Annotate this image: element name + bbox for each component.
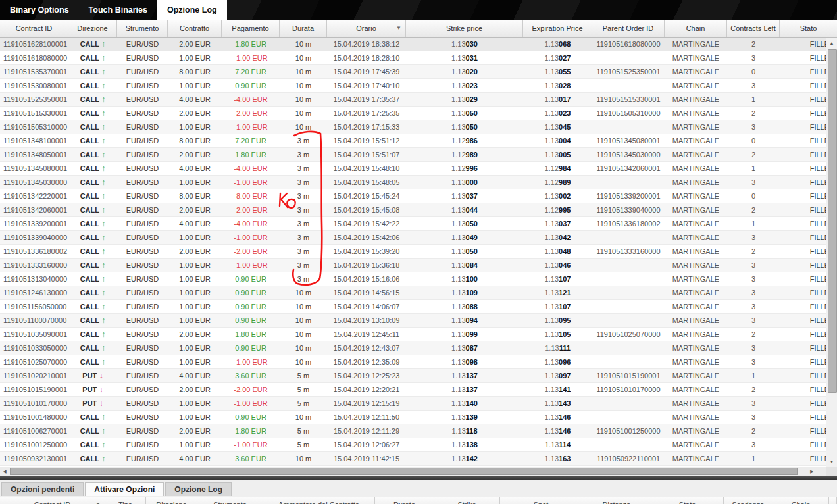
bottom-column-header-contract_id[interactable]: Contract ID▼: [0, 497, 105, 504]
payout-value: -1.00 EUR: [234, 441, 267, 449]
tab-touch-binaries[interactable]: Touch Binaries: [79, 0, 157, 20]
column-header-id[interactable]: Contract ID: [0, 20, 68, 37]
scroll-left-icon[interactable]: ◀: [0, 467, 9, 476]
bottom-tab-opzione-log[interactable]: Opzione Log: [165, 482, 232, 496]
table-row[interactable]: 1191051313040000CALL ↑EUR/USD1.00 EUR0.9…: [0, 272, 837, 286]
table-row[interactable]: 1191051336180002CALL ↑EUR/USD2.00 EUR-2.…: [0, 245, 837, 259]
cell-strike: 1.13023: [406, 79, 523, 92]
horizontal-scrollbar[interactable]: ◀ ▶: [0, 467, 826, 476]
column-header-time[interactable]: Orario▼: [327, 20, 406, 37]
table-row[interactable]: 1191051025070000CALL ↑EUR/USD1.00 EUR-1.…: [0, 355, 837, 369]
column-header-strike[interactable]: Strike price: [406, 20, 523, 37]
cell-left: 0: [727, 134, 780, 147]
bottom-column-header-spot[interactable]: Spot: [500, 497, 582, 504]
table-row[interactable]: 1191051618080000CALL ↑EUR/USD1.00 EUR-1.…: [0, 51, 837, 65]
tab-opzione-log[interactable]: Opzione Log: [157, 0, 227, 20]
horizontal-scroll-thumb[interactable]: [10, 468, 798, 475]
cell-id: 1191051505310000: [0, 120, 68, 134]
table-row[interactable]: 1191050932130001CALL ↑EUR/USD4.00 EUR3.6…: [0, 452, 837, 466]
cell-expiration: 1.13111: [523, 341, 592, 355]
column-header-payout[interactable]: Pagamento: [222, 20, 280, 37]
vertical-scroll-thumb[interactable]: [828, 49, 837, 393]
table-row[interactable]: 1191051100070000CALL ↑EUR/USD1.00 EUR0.9…: [0, 314, 837, 328]
table-row[interactable]: 1191051246130000CALL ↑EUR/USD1.00 EUR0.9…: [0, 286, 837, 300]
table-row[interactable]: 1191051339200001CALL ↑EUR/USD4.00 EUR-4.…: [0, 217, 837, 231]
table-row[interactable]: 1191051530080001CALL ↑EUR/USD1.00 EUR0.9…: [0, 79, 837, 93]
table-row[interactable]: 1191051535370001CALL ↑EUR/USD8.00 EUR7.2…: [0, 65, 837, 79]
table-row[interactable]: 1191051010170000PUT ↓EUR/USD1.00 EUR-1.0…: [0, 397, 837, 411]
table-row[interactable]: 1191051033050000CALL ↑EUR/USD1.00 EUR0.9…: [0, 341, 837, 355]
column-header-duration[interactable]: Durata: [280, 20, 327, 37]
up-arrow-icon: ↑: [99, 454, 105, 463]
direction-label: CALL: [80, 151, 99, 159]
sort-dropdown-icon[interactable]: ▼: [396, 20, 401, 37]
cell-left: 3: [727, 355, 780, 368]
cell-left: 2: [727, 328, 780, 341]
column-header-instrument[interactable]: Strumento: [117, 20, 168, 37]
bottom-column-header-direzione[interactable]: Direzione: [146, 497, 197, 504]
cell-payout: -1.00 EUR: [222, 397, 280, 410]
bottom-column-header-stato[interactable]: Stato: [651, 497, 724, 504]
tab-binary-options[interactable]: Binary Options: [0, 0, 79, 20]
bottom-column-header-strumento[interactable]: Strumento: [197, 497, 263, 504]
table-row[interactable]: 1191051348050001CALL ↑EUR/USD2.00 EUR1.8…: [0, 148, 837, 162]
bottom-column-header-distanza[interactable]: Distanza: [582, 497, 651, 504]
scroll-down-icon[interactable]: ▼: [826, 456, 837, 467]
direction-label: CALL: [80, 330, 99, 338]
column-header-label: Chain: [686, 24, 705, 32]
table-row[interactable]: 1191051035090001CALL ↑EUR/USD2.00 EUR1.8…: [0, 328, 837, 341]
table-row[interactable]: 1191051505310000CALL ↑EUR/USD1.00 EUR-1.…: [0, 120, 837, 134]
column-header-left[interactable]: Contracts Left: [727, 20, 780, 37]
table-row[interactable]: 1191051156050000CALL ↑EUR/USD1.00 EUR0.9…: [0, 300, 837, 314]
column-header-amount[interactable]: Contratto: [168, 20, 222, 37]
table-row[interactable]: 1191051628100001CALL ↑EUR/USD2.00 EUR1.8…: [0, 38, 837, 51]
bottom-tab-attivare-opzioni[interactable]: Attivare Opzioni: [85, 482, 164, 496]
cell-instrument: EUR/USD: [117, 314, 168, 327]
table-row[interactable]: 1191051515330001CALL ↑EUR/USD2.00 EUR-2.…: [0, 107, 837, 120]
bottom-column-header-strike[interactable]: Strike: [434, 497, 500, 504]
table-row[interactable]: 1191051015190001PUT ↓EUR/USD2.00 EUR-2.0…: [0, 383, 837, 397]
table-row[interactable]: 1191051525350001CALL ↑EUR/USD4.00 EUR-4.…: [0, 93, 837, 107]
bottom-tab-opzioni-pendenti[interactable]: Opzioni pendenti: [1, 482, 84, 496]
direction-label: CALL: [80, 54, 99, 62]
table-row[interactable]: 1191051342220001CALL ↑EUR/USD8.00 EUR-8.…: [0, 189, 837, 203]
bottom-column-header-durata[interactable]: Durata: [375, 497, 434, 504]
table-row[interactable]: 1191051333160000CALL ↑EUR/USD1.00 EUR-1.…: [0, 259, 837, 272]
cell-chain: MARTINGALE: [665, 189, 727, 203]
bottom-column-header-scadenza[interactable]: Scadenza: [724, 497, 773, 504]
column-header-direction[interactable]: Direzione: [68, 20, 117, 37]
bottom-column-header-chain[interactable]: Chain: [773, 497, 829, 504]
table-row[interactable]: 1191051001480000CALL ↑EUR/USD1.00 EUR0.9…: [0, 411, 837, 424]
payout-value: -2.00 EUR: [234, 206, 267, 214]
cell-left: 1: [727, 162, 780, 175]
scroll-right-icon[interactable]: ▶: [807, 467, 817, 476]
bottom-column-header-pad[interactable]: [829, 497, 837, 504]
payout-value: -1.00 EUR: [234, 234, 267, 241]
table-row[interactable]: 1191051345080001CALL ↑EUR/USD4.00 EUR-4.…: [0, 162, 837, 176]
bottom-column-header-ammontare[interactable]: Ammontare del Contratto: [263, 497, 375, 504]
table-row[interactable]: 1191051020210001PUT ↓EUR/USD4.00 EUR3.60…: [0, 369, 837, 383]
table-row[interactable]: 1191051006270001CALL ↑EUR/USD2.00 EUR1.8…: [0, 424, 837, 438]
table-row[interactable]: 1191051001250000CALL ↑EUR/USD1.00 EUR-1.…: [0, 438, 837, 452]
table-row[interactable]: 1191051339040000CALL ↑EUR/USD1.00 EUR-1.…: [0, 231, 837, 245]
cell-expiration: 1.13121: [523, 286, 592, 299]
up-arrow-icon: ↑: [99, 122, 105, 132]
column-header-parent[interactable]: Parent Order ID: [592, 20, 665, 37]
column-header-chain[interactable]: Chain: [665, 20, 727, 37]
cell-instrument: EUR/USD: [117, 397, 168, 410]
cell-time: 15.04.2019 12:35:09: [327, 355, 406, 368]
table-row[interactable]: 1191051342060001CALL ↑EUR/USD2.00 EUR-2.…: [0, 203, 837, 217]
column-header-status[interactable]: Stato: [780, 20, 837, 37]
cell-payout: -1.00 EUR: [222, 259, 280, 272]
table-row[interactable]: 1191051348100001CALL ↑EUR/USD8.00 EUR7.2…: [0, 134, 837, 148]
column-header-expiration[interactable]: Expiration Price: [523, 20, 592, 37]
sort-dropdown-icon[interactable]: ▼: [95, 497, 101, 504]
cell-expiration: 1.12984: [523, 162, 592, 175]
scroll-up-icon[interactable]: ▲: [826, 38, 837, 49]
bottom-column-header-tipo[interactable]: Tipo: [105, 497, 146, 504]
direction-label: CALL: [80, 261, 99, 269]
cell-amount: 2.00 EUR: [168, 107, 222, 120]
cell-chain: MARTINGALE: [665, 148, 727, 161]
table-row[interactable]: 1191051345030000CALL ↑EUR/USD1.00 EUR-1.…: [0, 176, 837, 189]
vertical-scrollbar[interactable]: ▲ ▼: [826, 38, 837, 467]
